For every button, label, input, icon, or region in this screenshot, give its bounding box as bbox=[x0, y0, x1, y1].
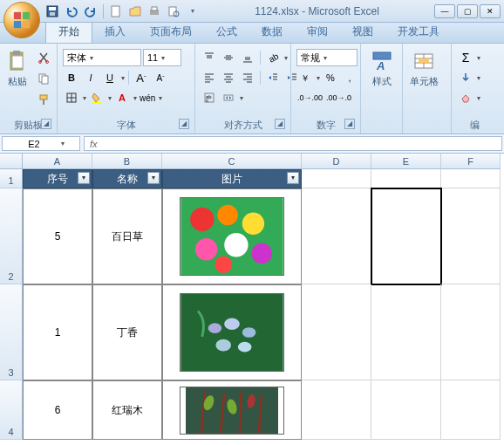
align-bottom-icon[interactable] bbox=[239, 49, 256, 66]
minimize-button[interactable]: — bbox=[434, 4, 455, 18]
cell-F1[interactable] bbox=[441, 169, 501, 188]
col-header-C[interactable]: C bbox=[162, 154, 302, 169]
cells-area[interactable]: 序号 ▾ 名称 ▾ 图片 ▾ 5 百日草 bbox=[23, 169, 504, 440]
row-header-2[interactable]: 2 bbox=[0, 188, 23, 284]
cell-E4[interactable] bbox=[371, 380, 441, 440]
align-middle-icon[interactable] bbox=[220, 49, 237, 66]
row-header-1[interactable]: 1 bbox=[0, 169, 23, 188]
accounting-format-icon[interactable]: ￥ bbox=[296, 69, 314, 86]
grow-font-icon[interactable]: Aˆ bbox=[133, 69, 150, 86]
tab-view[interactable]: 视图 bbox=[340, 21, 385, 43]
image-dogwood[interactable] bbox=[180, 387, 284, 435]
number-launcher-icon[interactable]: ◢ bbox=[344, 119, 355, 129]
bold-button[interactable]: B bbox=[63, 69, 80, 86]
name-box-input[interactable] bbox=[8, 139, 60, 149]
phonetic-icon[interactable]: wén bbox=[139, 89, 156, 106]
font-name-combo[interactable]: 宋体▾ bbox=[63, 49, 141, 66]
autosum-dropdown-icon[interactable]: ▾ bbox=[477, 54, 480, 62]
merge-dropdown-icon[interactable]: ▾ bbox=[240, 94, 243, 102]
save-icon[interactable] bbox=[45, 4, 59, 18]
styles-button[interactable]: A 样式 bbox=[364, 45, 398, 92]
col-header-E[interactable]: E bbox=[371, 154, 441, 169]
phonetic-dropdown-icon[interactable]: ▾ bbox=[159, 94, 162, 102]
align-left-icon[interactable] bbox=[201, 69, 218, 86]
fill-icon[interactable] bbox=[457, 69, 474, 86]
borders-dropdown-icon[interactable]: ▾ bbox=[83, 94, 86, 102]
cell-A1[interactable]: 序号 ▾ bbox=[23, 169, 92, 188]
autosum-icon[interactable]: Σ bbox=[457, 49, 474, 66]
tab-data[interactable]: 数据 bbox=[249, 21, 295, 43]
decrease-decimal-icon[interactable]: .00→.0 bbox=[325, 89, 352, 106]
copy-icon[interactable] bbox=[35, 70, 52, 87]
filter-button-A[interactable]: ▾ bbox=[78, 172, 90, 184]
tab-insert[interactable]: 插入 bbox=[92, 21, 138, 43]
merge-center-icon[interactable] bbox=[220, 89, 237, 106]
open-icon[interactable] bbox=[128, 4, 142, 18]
fill-color-icon[interactable] bbox=[88, 89, 106, 106]
cell-C2[interactable] bbox=[162, 188, 302, 284]
clear-icon[interactable] bbox=[457, 89, 474, 106]
number-format-combo[interactable]: 常规▾ bbox=[296, 49, 358, 66]
cell-B3[interactable]: 丁香 bbox=[92, 284, 162, 380]
fill-color-dropdown-icon[interactable]: ▾ bbox=[108, 94, 112, 102]
preview-icon[interactable] bbox=[167, 4, 180, 18]
underline-dropdown-icon[interactable]: ▾ bbox=[121, 74, 125, 82]
select-all-corner[interactable] bbox=[0, 154, 23, 169]
name-box[interactable]: ▾ bbox=[2, 136, 80, 151]
tab-review[interactable]: 审阅 bbox=[295, 21, 340, 43]
undo-icon[interactable] bbox=[65, 4, 78, 18]
cell-B2[interactable]: 百日草 bbox=[92, 188, 162, 284]
tab-page-layout[interactable]: 页面布局 bbox=[138, 21, 204, 43]
filter-button-C[interactable]: ▾ bbox=[287, 172, 299, 184]
orientation-dropdown-icon[interactable]: ▾ bbox=[284, 54, 288, 62]
tab-home[interactable]: 开始 bbox=[45, 20, 92, 43]
tab-formulas[interactable]: 公式 bbox=[204, 21, 249, 43]
cell-E3[interactable] bbox=[371, 284, 441, 380]
formula-input-area[interactable]: fx bbox=[84, 136, 502, 151]
name-box-dropdown-icon[interactable]: ▾ bbox=[61, 140, 65, 147]
alignment-launcher-icon[interactable]: ◢ bbox=[275, 119, 285, 129]
image-lilac[interactable] bbox=[180, 293, 284, 372]
tab-developer[interactable]: 开发工具 bbox=[385, 21, 452, 43]
font-color-icon[interactable]: A bbox=[113, 89, 131, 106]
cut-icon[interactable] bbox=[35, 49, 52, 66]
underline-button[interactable]: U bbox=[101, 69, 119, 86]
align-right-icon[interactable] bbox=[239, 69, 256, 86]
cell-F3[interactable] bbox=[441, 284, 501, 380]
clipboard-launcher-icon[interactable]: ◢ bbox=[41, 119, 51, 129]
font-size-combo[interactable]: 11▾ bbox=[143, 49, 181, 66]
cell-C3[interactable] bbox=[162, 284, 302, 380]
decrease-indent-icon[interactable] bbox=[264, 69, 282, 86]
format-painter-icon[interactable] bbox=[35, 91, 52, 108]
increase-decimal-icon[interactable]: .0→.00 bbox=[296, 89, 324, 106]
maximize-button[interactable]: ▢ bbox=[457, 4, 478, 18]
row-header-3[interactable]: 3 bbox=[0, 284, 23, 380]
cell-C1[interactable]: 图片 ▾ bbox=[162, 169, 302, 188]
comma-style-icon[interactable]: , bbox=[341, 69, 358, 86]
cell-E1[interactable] bbox=[371, 169, 441, 188]
qat-customize-icon[interactable]: ▾ bbox=[186, 4, 200, 18]
cell-D2[interactable] bbox=[302, 188, 371, 284]
col-header-B[interactable]: B bbox=[92, 154, 162, 169]
accounting-dropdown-icon[interactable]: ▾ bbox=[317, 74, 320, 82]
cell-A3[interactable]: 1 bbox=[23, 284, 92, 380]
orientation-icon[interactable]: ab bbox=[264, 49, 282, 66]
cells-button[interactable]: 单元格 bbox=[406, 45, 441, 92]
new-icon[interactable] bbox=[109, 4, 123, 18]
align-center-icon[interactable] bbox=[220, 69, 237, 86]
fill-dropdown-icon[interactable]: ▾ bbox=[477, 74, 480, 82]
close-button[interactable]: ✕ bbox=[480, 4, 501, 18]
borders-icon[interactable] bbox=[63, 89, 80, 106]
cell-E2-selected[interactable] bbox=[371, 188, 441, 284]
col-header-A[interactable]: A bbox=[23, 154, 92, 169]
cell-D4[interactable] bbox=[302, 380, 371, 440]
col-header-D[interactable]: D bbox=[302, 154, 371, 169]
cell-D1[interactable] bbox=[302, 169, 371, 188]
cell-C4[interactable] bbox=[162, 380, 302, 440]
italic-button[interactable]: I bbox=[82, 69, 99, 86]
filter-button-B[interactable]: ▾ bbox=[147, 172, 160, 184]
image-zinnia[interactable] bbox=[180, 197, 284, 276]
redo-icon[interactable] bbox=[84, 4, 98, 18]
font-color-dropdown-icon[interactable]: ▾ bbox=[133, 94, 137, 102]
clear-dropdown-icon[interactable]: ▾ bbox=[477, 94, 480, 102]
